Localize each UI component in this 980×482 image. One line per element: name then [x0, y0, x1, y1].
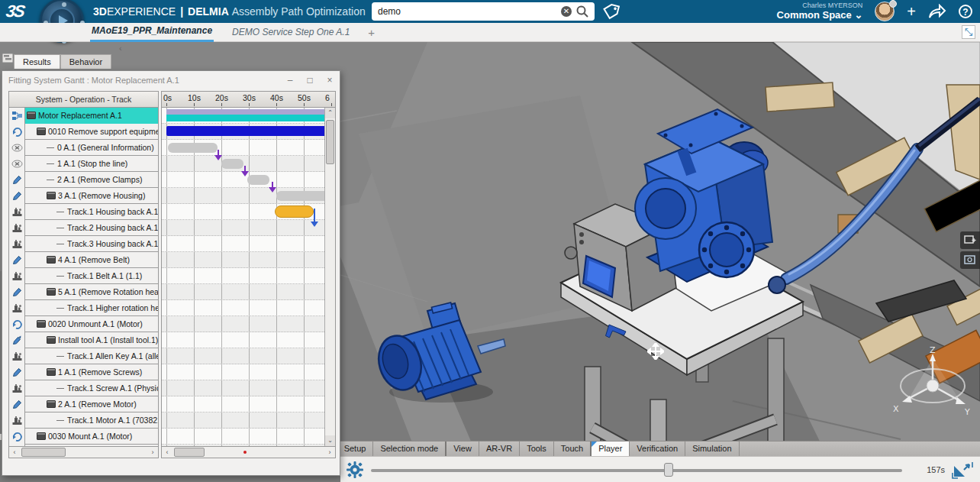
gantt-bar-task[interactable] — [247, 175, 269, 185]
tree-row-2[interactable]: 0 A.1 (General Information) — [9, 140, 158, 156]
viewport-tool-button-2[interactable] — [960, 251, 980, 269]
slider-handle[interactable] — [664, 463, 673, 477]
scroll-up-arrow[interactable]: ⌃ — [325, 108, 335, 118]
gantt-timeline-header[interactable]: 0s10s20s30s40s50s6 — [162, 92, 335, 108]
gantt-row-9[interactable] — [162, 252, 324, 268]
gantt-bar-track[interactable] — [275, 205, 313, 218]
gantt-row-7[interactable] — [162, 220, 324, 236]
tree-hscroll-thumb[interactable] — [21, 448, 66, 457]
player-settings-gear-icon[interactable] — [347, 461, 363, 478]
tool-tab-player[interactable]: Player — [592, 442, 630, 456]
avatar[interactable] — [875, 2, 895, 21]
search-icon[interactable] — [576, 5, 588, 18]
tree-row-15[interactable]: Track.1 Allen Key A.1 (allen — [9, 348, 158, 364]
share-icon[interactable] — [928, 4, 946, 19]
gantt-row-11[interactable] — [162, 284, 324, 300]
help-icon[interactable]: ? — [959, 5, 972, 18]
close-button[interactable]: × — [320, 72, 340, 89]
gantt-horizontal-scrollbar[interactable]: ‹ › — [162, 446, 335, 458]
gantt-row-8[interactable] — [162, 236, 324, 252]
tree-row-3[interactable]: 1 A.1 (Stop the line) — [9, 156, 158, 172]
gantt-vertical-scrollbar[interactable]: ⌃ ⌄ — [324, 108, 335, 446]
tree-row-13[interactable]: 0020 Unmount A.1 (Motor) — [9, 316, 158, 332]
search-input[interactable] — [372, 6, 561, 17]
viewport-tool-button-1[interactable] — [960, 231, 980, 249]
tree-horizontal-scrollbar[interactable]: ‹ › — [9, 446, 158, 458]
tree-row-17[interactable]: Track.1 Screw A.1 (Physical — [9, 380, 158, 396]
tree-row-12[interactable]: Track.1 Higher rotation hea — [9, 300, 158, 316]
scroll-right-arrow[interactable]: › — [324, 447, 335, 458]
tree-row-20[interactable]: 0030 Mount A.1 (Motor) — [9, 429, 158, 445]
gantt-row-4[interactable] — [162, 172, 324, 188]
tool-tab-touch[interactable]: Touch — [554, 442, 592, 456]
scroll-left-arrow[interactable]: ‹ — [9, 447, 20, 458]
gantt-row-20[interactable] — [162, 429, 324, 445]
tree-row-5[interactable]: 3 A.1 (Remove Housing) — [9, 188, 158, 204]
tree-row-19[interactable]: Track.1 Motor A.1 (7038216 — [9, 412, 158, 429]
side-tab-behavior[interactable]: Behavior — [60, 54, 111, 69]
gantt-bar-task[interactable] — [168, 143, 218, 153]
tree-row-8[interactable]: Track.3 Housing back A.1 — [9, 236, 158, 252]
tree-row-11[interactable]: 5 A.1 (Remove Rotation head) — [9, 284, 158, 300]
user-identity[interactable]: Charles MYERSON Common Space ⌄ — [777, 2, 863, 21]
slider-track[interactable] — [371, 469, 902, 472]
gantt-row-12[interactable] — [162, 300, 324, 316]
document-tab-1[interactable]: DEMO Service Step One A.1 — [230, 24, 351, 41]
add-button[interactable]: + — [907, 0, 916, 23]
gantt-row-13[interactable] — [162, 316, 324, 332]
tree-row-16[interactable]: 1 A.1 (Remove Screws) — [9, 364, 158, 380]
gantt-row-14[interactable] — [162, 332, 324, 348]
scroll-right-arrow[interactable]: › — [147, 447, 158, 458]
tree-row-6[interactable]: Track.1 Housing back A.1 — [9, 204, 158, 220]
space-selector[interactable]: Common Space ⌄ — [777, 10, 863, 21]
gantt-row-17[interactable] — [162, 380, 324, 396]
panel-tool-icon[interactable] — [2, 52, 14, 64]
tool-tab-view[interactable]: View — [446, 442, 479, 456]
search-clear-icon[interactable]: ✕ — [561, 6, 572, 17]
gantt-bar-task[interactable] — [221, 159, 243, 169]
tool-tab-selection-mode[interactable]: Selection mode — [373, 442, 446, 456]
gantt-row-15[interactable] — [162, 348, 324, 364]
tool-tab-verification[interactable]: Verification — [630, 442, 685, 456]
gantt-bar-active[interactable] — [166, 126, 324, 136]
tree-row-14[interactable]: Install tool A.1 (Install tool.1) — [9, 332, 158, 348]
gantt-hscroll-thumb[interactable] — [174, 448, 205, 457]
tree-row-9[interactable]: 4 A.1 (Remove Belt) — [9, 252, 158, 268]
tool-tab-tools[interactable]: Tools — [520, 442, 554, 456]
gantt-row-10[interactable] — [162, 268, 324, 284]
gantt-vscroll-thumb[interactable] — [326, 120, 334, 164]
gantt-row-2[interactable] — [162, 140, 324, 156]
side-tab-results[interactable]: Results — [14, 54, 60, 69]
tag-icon[interactable] — [601, 3, 620, 21]
restore-window-icon[interactable]: ⤡ — [962, 25, 975, 39]
panel-collapse-chevron[interactable]: ‹ — [119, 44, 122, 53]
scroll-left-arrow[interactable]: ‹ — [162, 447, 172, 458]
maximize-button[interactable]: □ — [300, 72, 320, 89]
gantt-row-16[interactable] — [162, 364, 324, 380]
jump-to-end-icon[interactable] — [951, 460, 974, 480]
gantt-row-1[interactable] — [162, 124, 324, 140]
tree-row-1[interactable]: 0010 Remove support equipment — [9, 124, 158, 140]
scroll-down-arrow[interactable]: ⌄ — [325, 435, 335, 446]
tree-row-4[interactable]: 2 A.1 (Remove Clamps) — [9, 172, 158, 188]
document-tab-0[interactable]: MAoE19_PPR_Maintenance — [90, 23, 214, 42]
gantt-row-5[interactable] — [162, 188, 324, 204]
timeline-slider[interactable] — [371, 462, 902, 477]
gantt-window-titlebar[interactable]: Fitting System Gantt : Motor Replacement… — [2, 71, 340, 89]
gantt-row-19[interactable] — [162, 412, 324, 429]
gantt-row-0[interactable] — [162, 108, 324, 124]
axis-triad[interactable]: Z Y X — [891, 346, 975, 416]
gantt-bar-task[interactable] — [276, 191, 324, 201]
gantt-row-18[interactable] — [162, 396, 324, 412]
tree-row-10[interactable]: Track.1 Belt A.1 (1.1) — [9, 268, 158, 284]
tool-tab-ar-vr[interactable]: AR-VR — [479, 442, 520, 456]
tool-tab-setup[interactable]: Setup — [337, 442, 374, 456]
tree-row-0[interactable]: Motor Replacement A.1 — [9, 108, 158, 124]
gantt-row-6[interactable] — [162, 204, 324, 220]
new-tab-button[interactable]: + — [368, 26, 375, 39]
gantt-bar-summary[interactable] — [166, 109, 324, 121]
tool-tab-simulation[interactable]: Simulation — [685, 442, 739, 456]
gantt-row-3[interactable] — [162, 156, 324, 172]
minimize-button[interactable]: – — [280, 72, 300, 89]
tree-row-7[interactable]: Track.2 Housing back A.1 — [9, 220, 158, 236]
